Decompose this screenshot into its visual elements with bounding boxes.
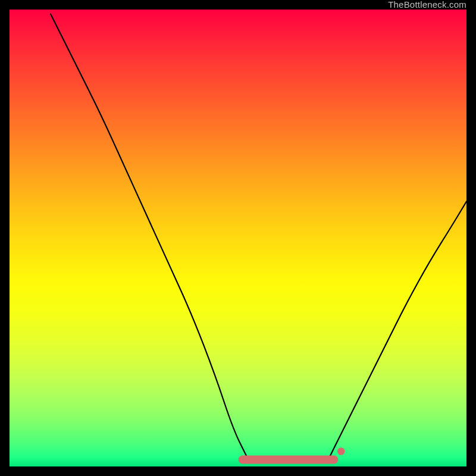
flat-bottom-band bbox=[243, 447, 345, 459]
watermark-text: TheBottleneck.com bbox=[388, 0, 466, 10]
chart-frame: TheBottleneck.com bbox=[0, 0, 476, 476]
curve-right-path bbox=[330, 202, 466, 458]
curve-left-path bbox=[51, 14, 247, 458]
flat-bottom-end-dot bbox=[337, 447, 345, 455]
plot-svg bbox=[10, 10, 466, 466]
plot-area bbox=[10, 10, 466, 466]
